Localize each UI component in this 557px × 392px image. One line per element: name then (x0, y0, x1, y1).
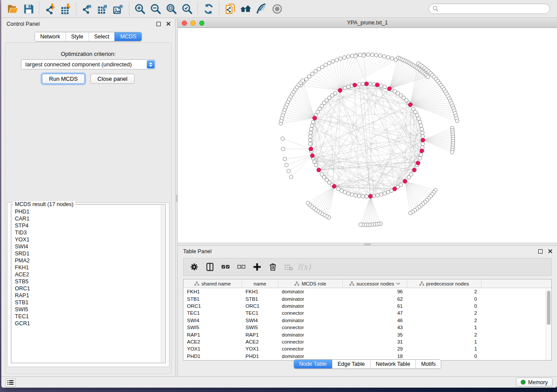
mcds-result-item[interactable]: STP4 (15, 222, 157, 229)
zoom-selected-button[interactable] (179, 1, 195, 16)
open-folder-button[interactable] (5, 1, 21, 16)
mcds-result-item[interactable]: SWI5 (15, 306, 157, 313)
list-icon (7, 380, 14, 385)
control-panel: Control Panel NetworkStyleSelectMCDS Opt… (1, 18, 175, 376)
zoom-fit-button[interactable] (163, 1, 179, 16)
table-row[interactable]: PHD1PHD1dominator180 (183, 353, 546, 360)
add-column-button[interactable] (250, 260, 264, 274)
table-tab-node-table[interactable]: Node Table (294, 360, 332, 368)
tab-network[interactable]: Network (35, 32, 66, 41)
table-row[interactable]: YOX1YOX1connector291 (183, 345, 546, 352)
cell-successor-nodes: 35 (343, 332, 407, 337)
mcds-result-item[interactable]: STB5 (15, 278, 157, 285)
mcds-result-item[interactable]: YOX1 (15, 236, 157, 243)
export-network-button[interactable] (79, 1, 95, 16)
cell-name: ORC1 (242, 303, 278, 309)
eye-button[interactable] (269, 1, 285, 16)
mcds-result-item[interactable]: STB1 (15, 299, 157, 306)
cell-shared-name: RAP1 (183, 332, 242, 337)
tab-select[interactable]: Select (89, 32, 115, 41)
task-history-button[interactable] (6, 378, 15, 387)
export-image-button[interactable] (111, 1, 126, 16)
run-mcds-button[interactable]: Run MCDS (42, 74, 85, 84)
tab-style[interactable]: Style (66, 32, 89, 41)
mcds-result-item[interactable]: RAP1 (15, 292, 157, 299)
tab-mcds[interactable]: MCDS (114, 32, 142, 41)
mcds-result-item[interactable]: CAR1 (15, 215, 157, 222)
mcds-result-item[interactable]: TEC1 (15, 313, 157, 320)
gear-button[interactable] (187, 260, 201, 274)
float-table-panel-icon[interactable] (537, 248, 543, 254)
zoom-in-button[interactable] (132, 1, 148, 16)
graphics-details-button[interactable] (253, 1, 269, 16)
cell-successor-nodes: 18 (343, 354, 407, 359)
cell-successor-nodes: 29 (343, 346, 407, 351)
table-row[interactable]: ACE2ACE2connector311 (183, 338, 546, 345)
network-window-titlebar[interactable]: YPA_prune.txt_1 (178, 18, 557, 28)
mcds-result-scrollbar[interactable] (161, 205, 165, 362)
column-label: name (254, 281, 266, 286)
close-panel-button[interactable]: Close panel (90, 74, 135, 84)
close-table-panel-icon[interactable] (547, 248, 554, 254)
table-row[interactable]: SWI4SWI4dominator462 (183, 317, 546, 324)
table-tab-edge-table[interactable]: Edge Table (332, 360, 370, 368)
table-tab-network-table[interactable]: Network Table (370, 360, 415, 368)
import-table-button[interactable] (58, 1, 73, 16)
delete-column-icon (268, 262, 277, 272)
import-table-icon (60, 3, 72, 15)
add-column-icon (253, 262, 262, 272)
mcds-result-item[interactable]: SWI4 (15, 243, 157, 250)
table-row[interactable]: RAP1RAP1dominator352 (183, 331, 546, 338)
mcds-result-item[interactable]: PMA2 (15, 257, 157, 264)
mcds-result-item[interactable]: TID3 (15, 229, 157, 236)
mcds-result-item[interactable]: ACE2 (15, 271, 157, 278)
control-panel-tabs: NetworkStyleSelectMCDS (1, 32, 175, 41)
close-panel-icon[interactable] (165, 21, 172, 27)
cell-shared-name: ORC1 (183, 303, 242, 309)
horizontal-splitter[interactable] (178, 243, 557, 246)
column-header-shared-name[interactable]: shared name (183, 279, 242, 288)
search-field[interactable] (429, 3, 550, 14)
share-document-button[interactable] (222, 1, 238, 16)
table-row[interactable]: TEC1TEC1connector472 (183, 309, 546, 316)
delete-column-button[interactable] (266, 260, 280, 274)
mcds-result-item[interactable]: PHD1 (15, 208, 157, 215)
save-button[interactable] (21, 1, 36, 16)
zoom-out-button[interactable] (148, 1, 163, 16)
float-panel-icon[interactable] (155, 21, 162, 27)
column-header-predecessor-nodes[interactable]: predecessor nodes (407, 279, 481, 288)
mcds-result-list[interactable]: PHD1CAR1STP4TID3YOX1SWI4SRD1PMA2FKH1ACE2… (12, 207, 160, 362)
network-canvas[interactable] (178, 28, 557, 243)
criterion-dropdown[interactable]: largest connected component (undirected) (21, 59, 156, 69)
network-graph[interactable] (178, 28, 557, 243)
select-all-button[interactable] (218, 260, 232, 274)
column-header-MCDS-role[interactable]: MCDS role (278, 279, 343, 288)
memory-status-icon (521, 380, 526, 385)
memory-button[interactable]: Memory (516, 378, 553, 387)
vertical-splitter-handle[interactable] (176, 195, 178, 202)
deselect-all-button[interactable] (234, 260, 248, 274)
horizontal-splitter-handle[interactable] (364, 244, 371, 245)
column-header-successor-nodes[interactable]: successor nodes (343, 279, 407, 288)
column-header-name[interactable]: name (242, 279, 278, 288)
import-network-button[interactable] (42, 1, 58, 16)
mcds-result-item[interactable]: GCR1 (15, 320, 157, 327)
column-view-button[interactable] (203, 260, 217, 274)
export-table-button[interactable] (95, 1, 111, 16)
table-row[interactable]: ORC1ORC1dominator610 (183, 303, 546, 309)
table-scrollbar-thumb[interactable] (547, 291, 550, 325)
mcds-result-item[interactable]: FKH1 (15, 264, 157, 271)
refresh-button[interactable] (201, 1, 216, 16)
table-row[interactable]: SWI5SWI5connector431 (183, 324, 546, 331)
mcds-result-item[interactable]: ORC1 (15, 285, 157, 292)
search-input[interactable] (441, 6, 546, 12)
cell-MCDS-role: dominator (278, 318, 343, 323)
cell-successor-nodes: 46 (343, 318, 407, 323)
cell-shared-name: TEC1 (183, 310, 242, 316)
double-house-button[interactable] (238, 1, 253, 16)
table-tab-motifs[interactable]: Motifs (415, 360, 441, 368)
mcds-result-item[interactable]: SRD1 (15, 250, 157, 257)
table-scrollbar[interactable] (546, 288, 551, 360)
table-row[interactable]: FKH1FKH1dominator962 (183, 288, 546, 295)
table-row[interactable]: STB1STB1dominator620 (183, 295, 546, 302)
